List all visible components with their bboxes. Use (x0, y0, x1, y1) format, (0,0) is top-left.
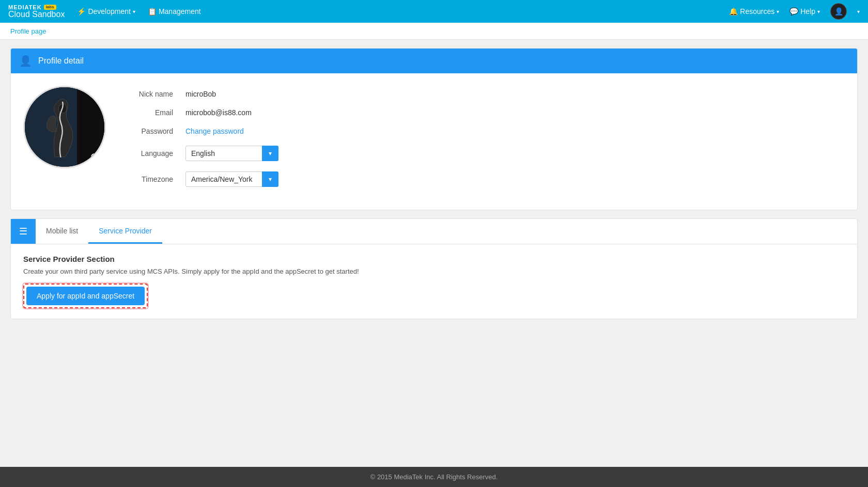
list-icon: ☰ (19, 226, 27, 237)
timezone-select-wrapper: America/New_York America/Los_Angeles UTC… (185, 171, 278, 187)
service-provider-section-title: Service Provider Section (23, 255, 845, 263)
top-navigation: MEDIATEK labs Cloud Sandbox ⚡ Developmen… (0, 0, 868, 23)
tabs-card: ☰ Mobile list Service Provider Service P… (10, 218, 858, 319)
user-menu-caret[interactable]: ▾ (857, 9, 860, 14)
profile-card-header: 👤 Profile detail (11, 49, 857, 73)
nav-help[interactable]: 💬 Help ▾ (789, 7, 820, 15)
avatar-container (23, 86, 106, 168)
svg-rect-2 (80, 92, 100, 162)
brand-logo[interactable]: MEDIATEK labs Cloud Sandbox (8, 5, 65, 19)
tab-content-service-provider: Service Provider Section Create your own… (11, 244, 857, 319)
profile-card-title: Profile detail (38, 56, 84, 66)
tab-service-provider[interactable]: Service Provider (88, 219, 162, 244)
main-content: 👤 Profile detail (0, 40, 868, 467)
page-footer: © 2015 MediaTek Inc. All Rights Reserved… (0, 467, 868, 487)
timezone-label: Timezone (127, 175, 173, 183)
field-row-password: Password Change password (127, 127, 845, 135)
footer-text: © 2015 MediaTek Inc. All Rights Reserved… (370, 473, 498, 481)
nickname-value: microBob (185, 90, 216, 98)
avatar-image (25, 87, 104, 167)
tab-mobile-list[interactable]: Mobile list (36, 219, 88, 244)
profile-detail-card: 👤 Profile detail (10, 48, 858, 210)
resources-caret-icon: ▾ (777, 9, 779, 14)
apply-button-highlighted-wrapper: Apply for appId and appSecret (23, 284, 148, 308)
service-provider-section-desc: Create your own third party service usin… (23, 268, 845, 275)
topnav-right: 🔔 Resources ▾ 💬 Help ▾ 👤 ▾ (729, 3, 860, 20)
nickname-label: Nick name (127, 90, 173, 98)
language-select-wrapper: English Chinese Japanese ▾ (185, 146, 278, 161)
topnav-left: MEDIATEK labs Cloud Sandbox ⚡ Developmen… (8, 5, 201, 19)
profile-body: Nick name microBob Email microbob@is88.c… (11, 73, 857, 210)
email-value: microbob@is88.com (185, 108, 252, 117)
tabs-icon-box: ☰ (11, 219, 36, 244)
language-label: Language (127, 149, 173, 158)
nav-help-label: Help (800, 7, 815, 15)
nav-resources[interactable]: 🔔 Resources ▾ (729, 7, 779, 15)
profile-fields: Nick name microBob Email microbob@is88.c… (127, 86, 845, 197)
development-caret-icon: ▾ (133, 9, 135, 14)
brand-mediatek-text: MEDIATEK (8, 5, 42, 10)
brand-cloud-sandbox-text: Cloud Sandbox (8, 10, 65, 19)
tabs-header: ☰ Mobile list Service Provider (11, 219, 857, 244)
change-password-link[interactable]: Change password (185, 127, 244, 135)
profile-header-icon: 👤 (19, 55, 32, 67)
email-label: Email (127, 108, 173, 117)
field-row-language: Language English Chinese Japanese ▾ (127, 146, 845, 161)
nav-management[interactable]: 📋 Management (148, 7, 201, 15)
timezone-select[interactable]: America/New_York America/Los_Angeles UTC… (185, 171, 278, 187)
language-select[interactable]: English Chinese Japanese (185, 146, 278, 161)
brand-labs-badge: labs (44, 5, 56, 10)
field-row-email: Email microbob@is88.com (127, 108, 845, 117)
field-row-timezone: Timezone America/New_York America/Los_An… (127, 171, 845, 187)
user-avatar-nav[interactable]: 👤 (830, 3, 847, 20)
resources-icon: 🔔 (729, 7, 738, 15)
breadcrumb-bar: Profile page (0, 23, 868, 40)
nav-development[interactable]: ⚡ Development ▾ (77, 7, 135, 15)
nav-development-label: Development (88, 7, 131, 15)
field-row-nickname: Nick name microBob (127, 90, 845, 98)
development-icon: ⚡ (77, 7, 86, 15)
nav-management-label: Management (159, 7, 201, 15)
apply-for-appid-button[interactable]: Apply for appId and appSecret (26, 287, 145, 305)
help-icon: 💬 (789, 7, 798, 15)
help-caret-icon: ▾ (817, 9, 820, 14)
breadcrumb-profile-page[interactable]: Profile page (10, 27, 46, 35)
nav-resources-label: Resources (740, 7, 774, 15)
management-icon: 📋 (148, 7, 157, 15)
avatar-online-indicator (91, 153, 98, 161)
password-label: Password (127, 127, 173, 135)
user-icon: 👤 (834, 7, 843, 15)
